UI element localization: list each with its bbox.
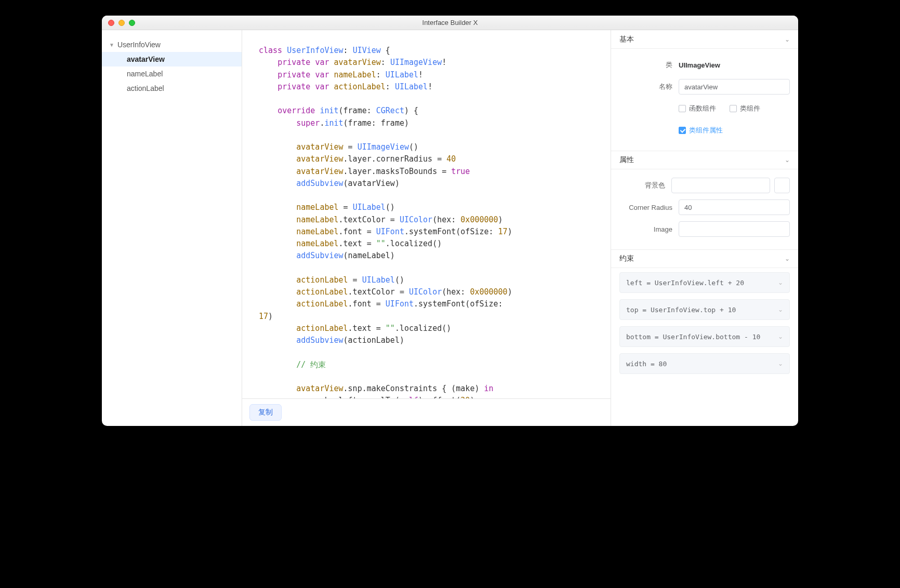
constraints-list: left = UserInfoView.left + 20 ⌄ top = Us… xyxy=(611,268,798,378)
func-component-checkbox[interactable]: 函数组件 xyxy=(679,104,716,113)
name-input[interactable] xyxy=(679,79,790,95)
section-basic-title: 基本 xyxy=(619,35,634,44)
class-value: UIImageView xyxy=(679,61,720,69)
chevron-down-icon: ⌄ xyxy=(785,255,790,262)
constraint-item[interactable]: left = UserInfoView.left + 20 ⌄ xyxy=(619,272,790,293)
copy-button[interactable]: 复制 xyxy=(249,404,282,421)
class-label: 类 xyxy=(611,60,679,70)
body: ▼ UserInfoView avatarView nameLabel acti… xyxy=(102,30,798,426)
name-label: 名称 xyxy=(611,82,679,91)
tree-item-label: actionLabel xyxy=(127,84,164,92)
inspector: 基本 ⌄ 类 UIImageView 名称 函数组件 xyxy=(611,30,798,426)
tree-item-label: nameLabel xyxy=(127,70,163,78)
checkbox-icon xyxy=(730,105,737,112)
constraint-text: top = UserInfoView.top + 10 xyxy=(626,306,736,314)
sidebar: ▼ UserInfoView avatarView nameLabel acti… xyxy=(102,30,242,426)
disclosure-icon[interactable]: ▼ xyxy=(109,42,114,48)
section-attributes: 背景色 Corner Radius Image xyxy=(611,169,798,249)
code-panel: class UserInfoView: UIView { private var… xyxy=(242,30,611,426)
chevron-down-icon: ⌄ xyxy=(785,36,790,43)
checkbox-checked-icon xyxy=(679,127,686,134)
section-constraints-header[interactable]: 约束 ⌄ xyxy=(611,249,798,268)
bgcolor-input[interactable] xyxy=(671,178,770,193)
bottombar: 复制 xyxy=(242,398,611,426)
window-title: Interface Builder X xyxy=(102,19,798,26)
corner-radius-input[interactable] xyxy=(679,199,790,215)
tree-item-avatarView[interactable]: avatarView xyxy=(102,52,242,66)
app-window: Interface Builder X ▼ UserInfoView avata… xyxy=(102,16,798,426)
bgcolor-label: 背景色 xyxy=(611,181,671,190)
chevron-down-icon: ⌄ xyxy=(785,156,790,164)
constraint-text: bottom = UserInfoView.bottom - 10 xyxy=(626,333,760,341)
constraint-text: left = UserInfoView.left + 20 xyxy=(626,279,744,287)
section-basic: 类 UIImageView 名称 函数组件 xyxy=(611,49,798,151)
chevron-down-icon: ⌄ xyxy=(778,306,783,313)
section-attributes-header[interactable]: 属性 ⌄ xyxy=(611,151,798,169)
tree-root-label: UserInfoView xyxy=(117,41,161,49)
image-label: Image xyxy=(611,225,679,233)
chevron-down-icon: ⌄ xyxy=(778,279,783,286)
constraint-item[interactable]: top = UserInfoView.top + 10 ⌄ xyxy=(619,299,790,320)
class-component-attr-checkbox[interactable]: 类组件属性 xyxy=(679,126,723,135)
func-component-label: 函数组件 xyxy=(689,104,716,113)
constraint-item[interactable]: width = 80 ⌄ xyxy=(619,353,790,374)
class-component-checkbox[interactable]: 类组件 xyxy=(730,104,760,113)
chevron-down-icon: ⌄ xyxy=(778,360,783,367)
checkbox-icon xyxy=(679,105,686,112)
image-input[interactable] xyxy=(679,221,790,237)
code-editor[interactable]: class UserInfoView: UIView { private var… xyxy=(242,30,611,398)
titlebar: Interface Builder X xyxy=(102,16,798,30)
tree-item-label: avatarView xyxy=(127,55,165,63)
class-component-attr-label: 类组件属性 xyxy=(689,126,723,135)
constraint-text: width = 80 xyxy=(626,360,667,368)
section-constraints-title: 约束 xyxy=(619,254,634,263)
tree-item-actionLabel[interactable]: actionLabel xyxy=(102,81,242,96)
tree-item-nameLabel[interactable]: nameLabel xyxy=(102,66,242,81)
constraint-item[interactable]: bottom = UserInfoView.bottom - 10 ⌄ xyxy=(619,326,790,347)
class-component-label: 类组件 xyxy=(740,104,760,113)
bgcolor-swatch[interactable] xyxy=(774,178,790,193)
chevron-down-icon: ⌄ xyxy=(778,333,783,340)
section-basic-header[interactable]: 基本 ⌄ xyxy=(611,30,798,49)
tree-root[interactable]: ▼ UserInfoView xyxy=(102,37,242,52)
section-attributes-title: 属性 xyxy=(619,155,634,165)
corner-label: Corner Radius xyxy=(611,204,679,211)
